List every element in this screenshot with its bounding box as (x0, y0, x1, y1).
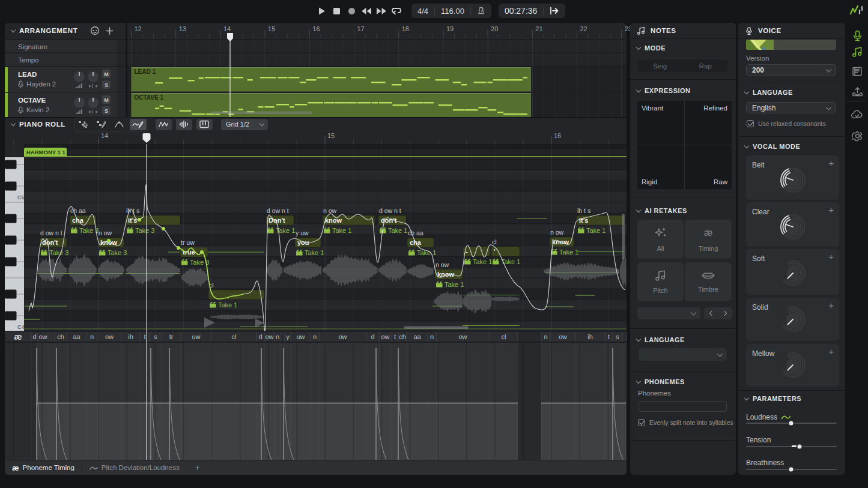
vocal-mode-label: Clear (752, 208, 769, 216)
sidebar-divider (847, 101, 866, 101)
relaxed-consonants-label: Use relaxed consonants (758, 120, 826, 127)
sparkles-icon (654, 226, 667, 241)
slider-thumb-breathiness[interactable] (788, 466, 795, 473)
retake-timing-button[interactable]: æTiming (685, 220, 732, 259)
forward-button[interactable] (375, 4, 388, 17)
svg-text:æ: æ (704, 227, 712, 238)
section-expression[interactable]: EXPRESSION (630, 87, 697, 94)
add-parameter-tab-button[interactable]: + (187, 460, 208, 475)
retake-timbre-button[interactable]: Timbre (685, 262, 732, 301)
expression-rigid-cell[interactable]: Rigid (637, 145, 684, 189)
retake-pitch-button[interactable]: Pitch (637, 262, 684, 301)
notes-icon[interactable] (851, 45, 864, 58)
section-phonemes[interactable]: PHONEMES (630, 378, 691, 385)
param-label-loudness: Loudness (746, 413, 791, 421)
lips-icon (701, 271, 715, 282)
cloud-icon[interactable] (851, 108, 864, 121)
voice-panel-title: VOICE (758, 27, 782, 34)
voice-avatar[interactable] (746, 40, 836, 50)
library-icon[interactable] (851, 65, 864, 78)
curve-tool[interactable] (112, 119, 127, 130)
vocal-mode-knob-mellow[interactable] (778, 351, 807, 379)
vocal-mode-knob-soft[interactable] (778, 259, 807, 288)
mode-sing-button[interactable]: Sing (637, 59, 683, 72)
version-select[interactable]: 200 (746, 64, 836, 76)
show-keyboard-toggle[interactable] (196, 119, 213, 130)
add-vocal-mode-icon[interactable]: + (828, 158, 834, 168)
add-vocal-mode-icon[interactable]: + (828, 252, 834, 262)
voice-icon[interactable] (851, 29, 864, 42)
listen-mode-icon[interactable] (90, 26, 100, 35)
relaxed-consonants-row[interactable]: Use relaxed consonants (747, 120, 826, 127)
add-vocal-mode-icon[interactable]: + (828, 205, 834, 215)
retake-button-label: All (657, 245, 664, 252)
loop-button[interactable] (390, 4, 403, 17)
vocal-mode-card-clear: Clear + (746, 202, 839, 247)
chevron-down-icon (259, 121, 264, 125)
vocal-mode-knob-belt[interactable] (778, 166, 807, 194)
settings-icon[interactable] (851, 129, 864, 142)
retake-all-button[interactable]: All (637, 220, 684, 259)
play-button[interactable] (315, 4, 328, 17)
editor-panel (5, 23, 627, 475)
vocal-mode-label: Belt (752, 161, 765, 169)
pitch-pen-tool[interactable] (130, 119, 147, 130)
section-language-voice[interactable]: LANGUAGE (738, 89, 800, 96)
section-ai-retakes[interactable]: AI RETAKES (630, 207, 694, 214)
note-select-tool[interactable] (76, 119, 91, 130)
note-icon (655, 270, 667, 283)
tempo-value[interactable]: 116.00 (435, 4, 470, 18)
vocal-mode-card-soft: Soft + (746, 249, 839, 295)
section-parameters[interactable]: PARAMETERS (738, 395, 808, 402)
go-to-end-icon[interactable] (544, 4, 565, 18)
add-vocal-mode-icon[interactable]: + (828, 346, 834, 357)
prev-retake-button[interactable] (704, 307, 718, 319)
grid-select-value: Grid 1/2 (226, 121, 249, 128)
expression-refined-cell[interactable]: Refined (685, 101, 732, 145)
section-mode[interactable]: MODE (630, 44, 672, 52)
rewind-button[interactable] (360, 4, 373, 17)
vocal-mode-label: Mellow (752, 349, 774, 358)
voice-language-select[interactable]: English (746, 102, 836, 113)
phonemes-input[interactable] (639, 401, 727, 412)
expression-vibrant-cell[interactable]: Vibrant (637, 101, 684, 145)
section-vocal-mode[interactable]: VOCAL MODE (738, 143, 807, 150)
checkbox-icon[interactable] (747, 120, 754, 127)
mode-rap-button[interactable]: Rap (683, 59, 729, 72)
version-label: Version (746, 55, 769, 62)
collapse-piano-roll-icon[interactable] (11, 121, 16, 125)
grid-select[interactable]: Grid 1/2 (221, 119, 268, 130)
export-icon[interactable] (851, 85, 864, 98)
tab-pitch-deviation[interactable]: Pitch Deviation/Loudness (82, 460, 187, 475)
slider-thumb-loudness[interactable] (788, 420, 795, 427)
evenly-split-checkbox-row[interactable]: Evenly split note into syllables (638, 419, 733, 426)
vocal-mode-knob-solid[interactable] (778, 305, 807, 334)
loudness-curve-icon (781, 414, 791, 420)
note-draw-tool[interactable] (94, 119, 109, 130)
record-button[interactable] (345, 4, 358, 17)
section-language-notes[interactable]: LANGUAGE (630, 336, 691, 343)
tab-phoneme-timing[interactable]: æ Phoneme Timing (5, 460, 82, 475)
expression-pad[interactable]: Vibrant Refined Rigid Raw (637, 101, 732, 189)
expression-raw-cell[interactable]: Raw (685, 145, 732, 189)
ae-icon: æ (701, 226, 715, 241)
voice-panel: VOICE Version 200 LANGUAGE English Use r… (738, 23, 845, 475)
metronome-icon[interactable] (471, 4, 491, 18)
stop-button[interactable] (330, 4, 343, 17)
vocal-mode-knob-clear[interactable] (778, 212, 807, 241)
add-track-icon[interactable] (106, 27, 114, 35)
time-display[interactable]: 00:27:36 (499, 4, 544, 18)
next-retake-button[interactable] (718, 307, 733, 319)
time-signature[interactable]: 4/4 (411, 4, 434, 18)
note-language-select[interactable] (639, 348, 727, 361)
vocal-mode-label: Solid (752, 303, 768, 312)
retake-select[interactable] (637, 307, 700, 319)
checkbox-icon[interactable] (638, 419, 645, 426)
retake-button-label: Pitch (653, 287, 667, 294)
add-vocal-mode-icon[interactable]: + (828, 300, 834, 310)
show-waveform-toggle[interactable] (176, 119, 192, 130)
collapse-arrangement-icon[interactable] (11, 27, 16, 32)
arrangement-title: ARRANGEMENT (19, 27, 77, 34)
slider-thumb-tension[interactable] (797, 444, 803, 450)
show-pitch-curve-toggle[interactable] (156, 119, 172, 130)
